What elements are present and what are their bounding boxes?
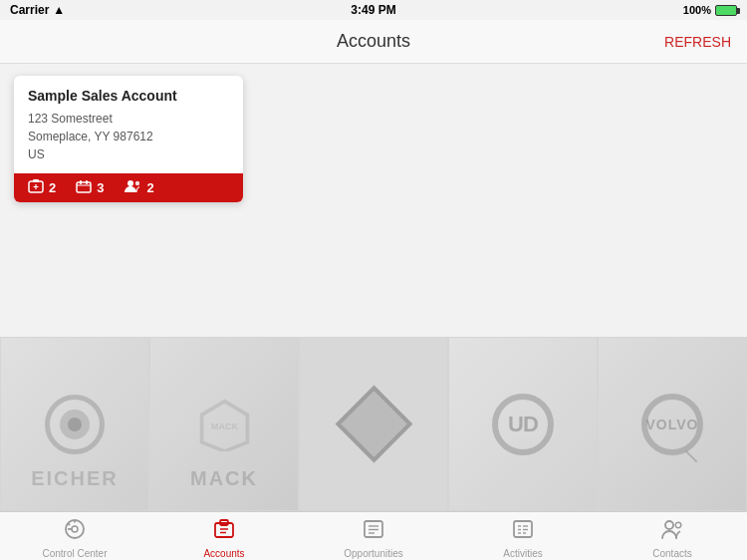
tab-bar: Control Center Accounts Opportunities (0, 511, 747, 560)
account-card[interactable]: Sample Sales Account 123 Somestreet Some… (14, 76, 243, 202)
accounts-icon (212, 518, 236, 546)
logo-volvo[interactable]: VOLVO (598, 337, 747, 511)
status-left: Carrier ▲ (10, 3, 65, 17)
cases-count: 2 (49, 180, 56, 195)
address-country: US (28, 145, 229, 163)
status-time: 3:49 PM (351, 3, 395, 17)
tab-accounts-label: Accounts (203, 548, 244, 559)
logos-grid: EICHER MACK MACK (0, 337, 747, 511)
wifi-icon: ▲ (53, 3, 65, 17)
tab-activities[interactable]: Activities (448, 514, 598, 559)
opportunities-count-item: 3 (76, 179, 104, 196)
logo-renault[interactable] (299, 337, 448, 511)
svg-rect-4 (77, 182, 91, 192)
account-name: Sample Sales Account (28, 88, 229, 104)
svg-rect-6 (80, 180, 82, 184)
battery-text: 100% (683, 4, 711, 16)
address-line2: Someplace, YY 987612 (28, 128, 229, 145)
contacts-tab-icon (660, 518, 684, 546)
tab-opportunities[interactable]: Opportunities (299, 514, 448, 559)
contacts-count-item: 2 (124, 179, 153, 196)
activities-tab-icon (511, 518, 535, 546)
tab-activities-label: Activities (503, 548, 542, 559)
battery-icon (715, 5, 737, 16)
svg-point-32 (665, 521, 673, 529)
svg-point-15 (72, 526, 78, 532)
opportunities-tab-icon (362, 518, 385, 546)
control-center-icon (63, 518, 87, 546)
logo-mack[interactable]: MACK MACK (149, 337, 299, 511)
tab-contacts-label: Contacts (652, 548, 691, 559)
address-line1: 123 Somestreet (28, 110, 229, 128)
opportunities-count: 3 (97, 180, 104, 195)
refresh-button[interactable]: REFRESH (664, 34, 731, 50)
card-body: Sample Sales Account 123 Somestreet Some… (14, 76, 243, 173)
tab-control-center-label: Control Center (42, 548, 107, 559)
cases-count-item: 2 (28, 179, 56, 196)
svg-point-8 (127, 180, 133, 186)
status-bar: Carrier ▲ 3:49 PM 100% (0, 0, 747, 20)
svg-text:MACK: MACK (210, 421, 238, 431)
card-footer: 2 3 (14, 173, 243, 202)
svg-rect-7 (86, 180, 88, 184)
logo-eicher[interactable]: EICHER (0, 337, 149, 511)
page-title: Accounts (337, 31, 410, 52)
main-content: Sample Sales Account 123 Somestreet Some… (0, 64, 747, 511)
status-right: 100% (683, 4, 737, 16)
tab-control-center[interactable]: Control Center (0, 514, 149, 559)
svg-line-14 (68, 523, 70, 525)
svg-point-33 (675, 522, 681, 528)
contacts-icon (124, 179, 141, 196)
opportunities-icon (76, 179, 92, 196)
svg-point-9 (135, 181, 139, 185)
tab-accounts[interactable]: Accounts (149, 514, 299, 559)
cases-icon (28, 179, 44, 196)
tab-contacts[interactable]: Contacts (598, 514, 747, 559)
contacts-count: 2 (146, 180, 153, 195)
nav-bar: Accounts REFRESH (0, 20, 747, 64)
logo-ud[interactable]: UD (448, 337, 598, 511)
tab-opportunities-label: Opportunities (344, 548, 402, 559)
carrier-text: Carrier (10, 3, 49, 17)
